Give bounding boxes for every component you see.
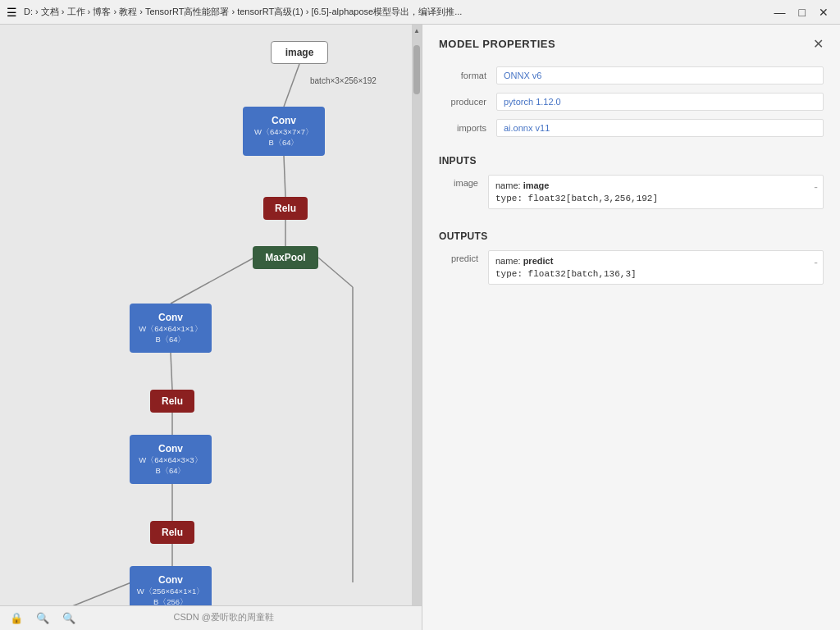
producer-row: producer pytorch 1.12.0 [439,93,824,111]
properties-panel: MODEL PROPERTIES ✕ format ONNX v6 produc… [422,25,840,630]
output-predict-dash[interactable]: - [814,256,818,269]
producer-value: pytorch 1.12.0 [496,93,824,111]
svg-line-6 [171,353,172,390]
output-predict-type: type: float32[batch,136,3] [495,269,816,279]
svg-line-3 [171,258,254,304]
input-image-box: name: image type: float32[batch,3,256,19… [488,175,824,209]
node-image[interactable]: image [271,41,328,64]
props-close-button[interactable]: ✕ [813,36,824,52]
graph-content: image Conv W〈64×3×7×7〉 B〈64〉 batch×3×256… [0,25,410,630]
props-header: MODEL PROPERTIES ✕ [439,36,824,52]
toolbar-zoom-out-icon[interactable]: 🔍 [33,610,52,626]
input-image-label: image [439,175,488,188]
props-title: MODEL PROPERTIES [439,38,555,50]
toolbar-lock-icon[interactable]: 🔒 [7,610,26,626]
batch-label: batch×3×256×192 [310,76,377,85]
watermark: CSDN @爱听歌的周童鞋 [174,611,274,623]
input-image-type: type: float32[batch,3,256,192] [495,194,816,203]
main-content: image Conv W〈64×3×7×7〉 B〈64〉 batch×3×256… [0,25,840,630]
output-predict-row: predict name: predict type: float32[batc… [439,250,824,285]
close-window-button[interactable]: ✕ [814,4,833,21]
graph-scroll[interactable]: image Conv W〈64×3×7×7〉 B〈64〉 batch×3×256… [0,25,412,630]
node-relu2[interactable]: Relu [150,390,194,413]
title-bar-left: ☰ D: › 文档 › 工作 › 博客 › 教程 › TensorRT高性能部署… [7,6,462,19]
title-path: D: › 文档 › 工作 › 博客 › 教程 › TensorRT高性能部署 ›… [24,6,462,18]
hamburger-menu[interactable]: ☰ [7,6,17,19]
format-row: format ONNX v6 [439,66,824,84]
output-predict-name: name: predict [495,256,816,266]
node-conv3[interactable]: Conv W〈64×64×3×3〉 B〈64〉 [130,435,212,484]
imports-value: ai.onnx v11 [496,119,824,137]
outputs-header: OUTPUTS [439,231,824,242]
format-value: ONNX v6 [496,66,824,84]
scrollbar-thumb[interactable] [413,45,420,94]
node-maxpool[interactable]: MaxPool [253,246,318,269]
graph-panel: image Conv W〈64×3×7×7〉 B〈64〉 batch×3×256… [0,25,422,630]
window-controls: — □ ✕ [769,4,833,21]
minimize-button[interactable]: — [769,4,791,21]
node-relu3[interactable]: Relu [150,521,194,544]
input-image-dash[interactable]: - [814,180,818,194]
svg-line-4 [318,258,353,287]
node-relu1[interactable]: Relu [263,197,308,220]
svg-line-0 [284,64,299,107]
input-image-row: image name: image type: float32[batch,3,… [439,175,824,209]
toolbar-zoom-in-icon[interactable]: 🔍 [59,610,79,626]
output-predict-box: name: predict type: float32[batch,136,3]… [488,250,824,285]
input-image-name: name: image [495,180,816,190]
output-predict-label: predict [439,250,488,263]
maximize-button[interactable]: □ [794,4,810,21]
node-conv2[interactable]: Conv W〈64×64×1×1〉 B〈64〉 [130,304,212,353]
format-label: format [439,71,496,80]
inputs-header: INPUTS [439,155,824,167]
imports-label: imports [439,123,496,133]
node-conv1[interactable]: Conv W〈64×3×7×7〉 B〈64〉 [243,107,325,156]
title-bar: ☰ D: › 文档 › 工作 › 博客 › 教程 › TensorRT高性能部署… [0,0,840,25]
imports-row: imports ai.onnx v11 [439,119,824,137]
vertical-scrollbar[interactable]: ▲ ▼ [412,25,422,630]
scrollbar-track[interactable] [413,37,421,618]
producer-label: producer [439,97,496,107]
svg-line-1 [284,156,285,197]
scroll-up-arrow[interactable]: ▲ [411,25,422,37]
